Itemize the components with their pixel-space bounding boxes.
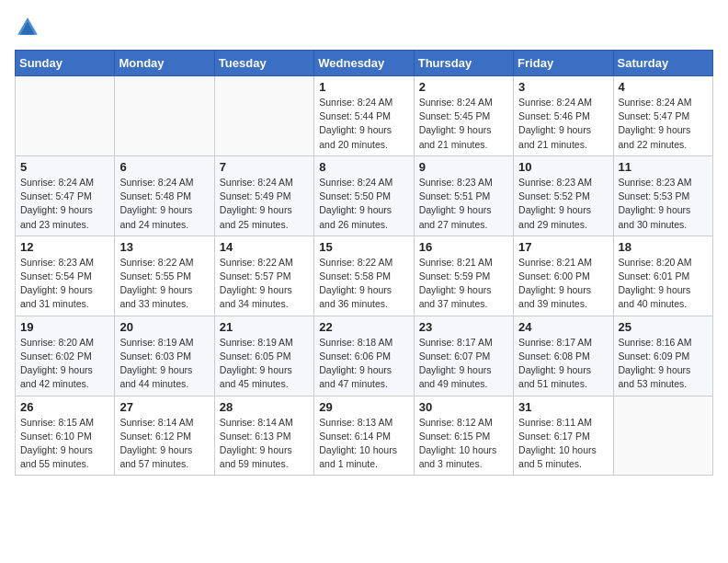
calendar-cell: 5Sunrise: 8:24 AM Sunset: 5:47 PM Daylig… bbox=[16, 155, 115, 236]
day-header-saturday: Saturday bbox=[613, 51, 712, 76]
day-header-tuesday: Tuesday bbox=[214, 51, 313, 76]
calendar-cell: 12Sunrise: 8:23 AM Sunset: 5:54 PM Dayli… bbox=[16, 236, 115, 316]
cell-info-text: Sunrise: 8:13 AM Sunset: 6:14 PM Dayligh… bbox=[319, 416, 408, 472]
calendar-cell: 2Sunrise: 8:24 AM Sunset: 5:45 PM Daylig… bbox=[414, 76, 513, 156]
cell-date-number: 8 bbox=[319, 160, 408, 174]
calendar-cell: 8Sunrise: 8:24 AM Sunset: 5:50 PM Daylig… bbox=[314, 155, 414, 236]
cell-date-number: 17 bbox=[518, 240, 608, 254]
cell-date-number: 7 bbox=[220, 160, 309, 174]
day-header-wednesday: Wednesday bbox=[314, 51, 414, 76]
cell-date-number: 5 bbox=[20, 160, 109, 174]
cell-date-number: 12 bbox=[20, 240, 109, 254]
cell-date-number: 6 bbox=[119, 160, 209, 174]
cell-info-text: Sunrise: 8:17 AM Sunset: 6:08 PM Dayligh… bbox=[518, 336, 608, 392]
day-header-monday: Monday bbox=[115, 51, 214, 76]
cell-date-number: 23 bbox=[419, 320, 508, 334]
cell-info-text: Sunrise: 8:24 AM Sunset: 5:44 PM Dayligh… bbox=[319, 96, 408, 152]
calendar-week-row: 19Sunrise: 8:20 AM Sunset: 6:02 PM Dayli… bbox=[16, 316, 713, 396]
calendar-week-row: 1Sunrise: 8:24 AM Sunset: 5:44 PM Daylig… bbox=[16, 76, 713, 156]
day-header-sunday: Sunday bbox=[16, 51, 115, 76]
cell-info-text: Sunrise: 8:24 AM Sunset: 5:49 PM Dayligh… bbox=[220, 176, 309, 232]
calendar-cell: 10Sunrise: 8:23 AM Sunset: 5:52 PM Dayli… bbox=[514, 155, 613, 236]
calendar-cell: 6Sunrise: 8:24 AM Sunset: 5:48 PM Daylig… bbox=[115, 155, 214, 236]
calendar-week-row: 26Sunrise: 8:15 AM Sunset: 6:10 PM Dayli… bbox=[16, 396, 713, 476]
cell-info-text: Sunrise: 8:24 AM Sunset: 5:50 PM Dayligh… bbox=[319, 176, 408, 232]
cell-date-number: 29 bbox=[319, 400, 408, 414]
calendar-cell: 19Sunrise: 8:20 AM Sunset: 6:02 PM Dayli… bbox=[16, 316, 115, 396]
cell-date-number: 30 bbox=[419, 400, 508, 414]
calendar-cell: 28Sunrise: 8:14 AM Sunset: 6:13 PM Dayli… bbox=[214, 396, 313, 476]
cell-date-number: 16 bbox=[419, 240, 508, 254]
cell-date-number: 24 bbox=[518, 320, 608, 334]
cell-date-number: 21 bbox=[220, 320, 309, 334]
cell-date-number: 3 bbox=[518, 80, 608, 94]
cell-info-text: Sunrise: 8:21 AM Sunset: 6:00 PM Dayligh… bbox=[518, 256, 608, 312]
calendar-cell: 27Sunrise: 8:14 AM Sunset: 6:12 PM Dayli… bbox=[115, 396, 214, 476]
cell-date-number: 10 bbox=[518, 160, 608, 174]
calendar-cell: 16Sunrise: 8:21 AM Sunset: 5:59 PM Dayli… bbox=[414, 236, 513, 316]
cell-info-text: Sunrise: 8:20 AM Sunset: 6:01 PM Dayligh… bbox=[619, 256, 708, 312]
calendar-cell bbox=[613, 396, 712, 476]
calendar-cell: 31Sunrise: 8:11 AM Sunset: 6:17 PM Dayli… bbox=[514, 396, 613, 476]
calendar-cell: 26Sunrise: 8:15 AM Sunset: 6:10 PM Dayli… bbox=[16, 396, 115, 476]
page-header bbox=[15, 15, 713, 40]
cell-info-text: Sunrise: 8:23 AM Sunset: 5:52 PM Dayligh… bbox=[518, 176, 608, 232]
cell-info-text: Sunrise: 8:14 AM Sunset: 6:12 PM Dayligh… bbox=[119, 416, 209, 472]
cell-info-text: Sunrise: 8:24 AM Sunset: 5:46 PM Dayligh… bbox=[518, 96, 608, 152]
calendar-cell: 20Sunrise: 8:19 AM Sunset: 6:03 PM Dayli… bbox=[115, 316, 214, 396]
cell-info-text: Sunrise: 8:20 AM Sunset: 6:02 PM Dayligh… bbox=[20, 336, 109, 392]
cell-info-text: Sunrise: 8:22 AM Sunset: 5:57 PM Dayligh… bbox=[220, 256, 309, 312]
cell-info-text: Sunrise: 8:17 AM Sunset: 6:07 PM Dayligh… bbox=[419, 336, 508, 392]
cell-info-text: Sunrise: 8:12 AM Sunset: 6:15 PM Dayligh… bbox=[419, 416, 508, 472]
calendar-cell: 21Sunrise: 8:19 AM Sunset: 6:05 PM Dayli… bbox=[214, 316, 313, 396]
cell-info-text: Sunrise: 8:16 AM Sunset: 6:09 PM Dayligh… bbox=[619, 336, 708, 392]
calendar-cell: 23Sunrise: 8:17 AM Sunset: 6:07 PM Dayli… bbox=[414, 316, 513, 396]
cell-info-text: Sunrise: 8:22 AM Sunset: 5:55 PM Dayligh… bbox=[119, 256, 209, 312]
calendar-header-row: SundayMondayTuesdayWednesdayThursdayFrid… bbox=[16, 51, 713, 76]
calendar-cell: 30Sunrise: 8:12 AM Sunset: 6:15 PM Dayli… bbox=[414, 396, 513, 476]
day-header-thursday: Thursday bbox=[414, 51, 513, 76]
calendar-week-row: 5Sunrise: 8:24 AM Sunset: 5:47 PM Daylig… bbox=[16, 155, 713, 236]
calendar-cell: 14Sunrise: 8:22 AM Sunset: 5:57 PM Dayli… bbox=[214, 236, 313, 316]
cell-info-text: Sunrise: 8:11 AM Sunset: 6:17 PM Dayligh… bbox=[518, 416, 608, 472]
cell-date-number: 26 bbox=[20, 400, 109, 414]
calendar-cell: 24Sunrise: 8:17 AM Sunset: 6:08 PM Dayli… bbox=[514, 316, 613, 396]
cell-date-number: 14 bbox=[220, 240, 309, 254]
cell-date-number: 9 bbox=[419, 160, 508, 174]
cell-date-number: 20 bbox=[119, 320, 209, 334]
cell-date-number: 2 bbox=[419, 80, 508, 94]
cell-info-text: Sunrise: 8:21 AM Sunset: 5:59 PM Dayligh… bbox=[419, 256, 508, 312]
calendar-cell: 3Sunrise: 8:24 AM Sunset: 5:46 PM Daylig… bbox=[514, 76, 613, 156]
cell-info-text: Sunrise: 8:23 AM Sunset: 5:51 PM Dayligh… bbox=[419, 176, 508, 232]
calendar-cell bbox=[214, 76, 313, 156]
calendar-cell: 29Sunrise: 8:13 AM Sunset: 6:14 PM Dayli… bbox=[314, 396, 414, 476]
calendar-table: SundayMondayTuesdayWednesdayThursdayFrid… bbox=[15, 50, 713, 476]
cell-date-number: 18 bbox=[619, 240, 708, 254]
cell-date-number: 19 bbox=[20, 320, 109, 334]
cell-info-text: Sunrise: 8:19 AM Sunset: 6:03 PM Dayligh… bbox=[119, 336, 209, 392]
calendar-cell: 11Sunrise: 8:23 AM Sunset: 5:53 PM Dayli… bbox=[613, 155, 712, 236]
calendar-cell: 13Sunrise: 8:22 AM Sunset: 5:55 PM Dayli… bbox=[115, 236, 214, 316]
cell-info-text: Sunrise: 8:15 AM Sunset: 6:10 PM Dayligh… bbox=[20, 416, 109, 472]
calendar-cell: 17Sunrise: 8:21 AM Sunset: 6:00 PM Dayli… bbox=[514, 236, 613, 316]
day-header-friday: Friday bbox=[514, 51, 613, 76]
cell-info-text: Sunrise: 8:24 AM Sunset: 5:47 PM Dayligh… bbox=[20, 176, 109, 232]
cell-info-text: Sunrise: 8:19 AM Sunset: 6:05 PM Dayligh… bbox=[220, 336, 309, 392]
cell-date-number: 11 bbox=[619, 160, 708, 174]
cell-info-text: Sunrise: 8:24 AM Sunset: 5:47 PM Dayligh… bbox=[619, 96, 708, 152]
calendar-cell: 15Sunrise: 8:22 AM Sunset: 5:58 PM Dayli… bbox=[314, 236, 414, 316]
cell-date-number: 28 bbox=[220, 400, 309, 414]
cell-info-text: Sunrise: 8:14 AM Sunset: 6:13 PM Dayligh… bbox=[220, 416, 309, 472]
cell-info-text: Sunrise: 8:24 AM Sunset: 5:48 PM Dayligh… bbox=[119, 176, 209, 232]
cell-info-text: Sunrise: 8:24 AM Sunset: 5:45 PM Dayligh… bbox=[419, 96, 508, 152]
cell-date-number: 31 bbox=[518, 400, 608, 414]
cell-info-text: Sunrise: 8:22 AM Sunset: 5:58 PM Dayligh… bbox=[319, 256, 408, 312]
calendar-cell bbox=[115, 76, 214, 156]
calendar-cell: 25Sunrise: 8:16 AM Sunset: 6:09 PM Dayli… bbox=[613, 316, 712, 396]
calendar-cell: 7Sunrise: 8:24 AM Sunset: 5:49 PM Daylig… bbox=[214, 155, 313, 236]
logo-icon bbox=[15, 15, 40, 40]
calendar-cell: 4Sunrise: 8:24 AM Sunset: 5:47 PM Daylig… bbox=[613, 76, 712, 156]
cell-date-number: 1 bbox=[319, 80, 408, 94]
cell-info-text: Sunrise: 8:23 AM Sunset: 5:53 PM Dayligh… bbox=[619, 176, 708, 232]
calendar-cell bbox=[16, 76, 115, 156]
